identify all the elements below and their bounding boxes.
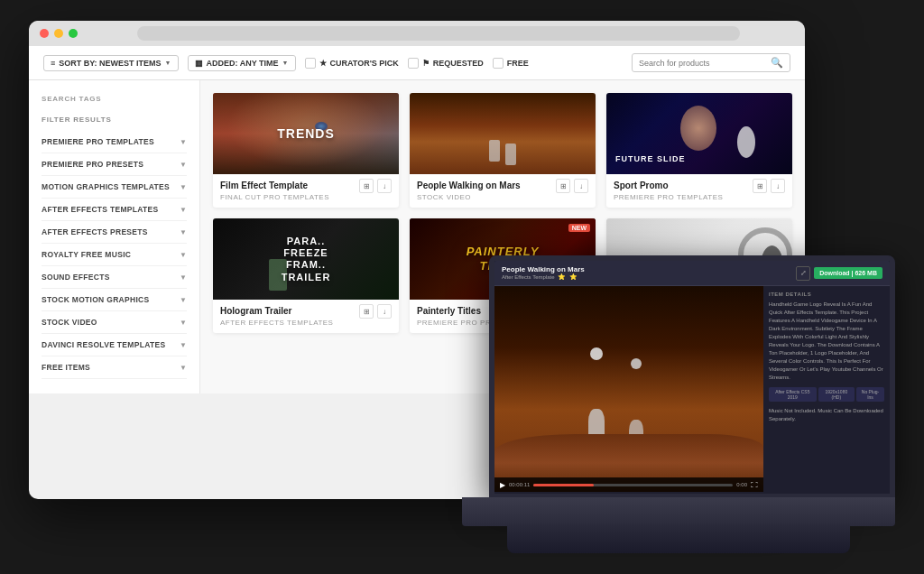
sidebar-item-stock-motion-graphics[interactable]: STOCK MOTION GRAPHICS ▼ [42, 289, 187, 311]
card-thumb-film-effect: TRENDS [213, 93, 399, 174]
free-label: FREE [507, 59, 529, 68]
laptop-preview: ▶ 00:00:11 0:00 ⛶ [494, 286, 763, 492]
laptop-sidebar-panel: ITEM DETAILS Handheld Game Logo Reveal I… [763, 286, 890, 492]
card-body-film-effect: Film Effect Template ⊞ ↓ FINAL CUT PRO T… [213, 174, 399, 208]
flag-icon: ⚑ [422, 59, 430, 68]
card-actions-mars: ⊞ ↓ [556, 179, 588, 193]
laptop-badge-row: After Effects CS5 2019 1920x1080 (HD) No… [769, 387, 884, 402]
card-actions-film-effect: ⊞ ↓ [359, 179, 392, 193]
laptop-item-details-label: ITEM DETAILS [769, 292, 884, 297]
minimize-dot[interactable] [54, 29, 63, 38]
card-subtitle-hologram: AFTER EFFECTS TEMPLATES [220, 319, 392, 327]
laptop-topbar: People Walking on Mars After Effects Tem… [494, 261, 890, 286]
sidebar-item-sound-effects[interactable]: SOUND EFFECTS ▼ [42, 266, 187, 289]
laptop-playbar: ▶ 00:00:11 0:00 ⛶ [494, 477, 763, 492]
address-bar[interactable] [137, 26, 740, 41]
laptop-badge-plugin: No Plug-Ins [856, 387, 884, 402]
progress-fill [533, 484, 593, 486]
added-arrow-icon: ▼ [282, 60, 289, 66]
sidebar-item-stock-video[interactable]: STOCK VIDEO ▼ [42, 311, 187, 334]
laptop-category: After Effects Template [502, 274, 554, 280]
close-dot[interactable] [40, 29, 49, 38]
curators-pick-filter[interactable]: ★ CURATOR'S PICK [305, 58, 399, 69]
requested-label: REQUESTED [433, 59, 484, 68]
laptop-inner: People Walking on Mars After Effects Tem… [494, 261, 890, 494]
sidebar: SEARCH TAGS FILTER RESULTS PREMIERE PRO … [29, 80, 200, 393]
card-download-btn-3[interactable]: ↓ [771, 179, 785, 193]
chevron-down-icon: ▼ [180, 364, 187, 372]
card-sport-promo[interactable]: FUTURE SLIDE Sport Promo ⊞ ↓ PREMIERE PR… [606, 93, 792, 208]
card-download-btn-4[interactable]: ↓ [377, 304, 392, 319]
chevron-down-icon: ▼ [180, 206, 187, 214]
laptop-product-title: People Walking on Mars [502, 265, 585, 273]
sidebar-item-after-effects-presets[interactable]: AFTER EFFECTS PRESETS ▼ [42, 221, 187, 244]
time-current: 00:00:11 [509, 482, 530, 487]
astronaut-scene [494, 286, 763, 492]
card-thumb-mars [410, 93, 596, 174]
card-thumb-label-sport: FUTURE SLIDE [615, 154, 686, 163]
sidebar-item-premiere-pro-templates[interactable]: PREMIERE PRO TEMPLATES ▼ [42, 131, 187, 153]
sidebar-item-free-items[interactable]: FREE ITEMS ▼ [42, 356, 187, 379]
search-input[interactable] [639, 59, 765, 68]
search-bar[interactable]: 🔍 [632, 53, 790, 72]
laptop-screen: People Walking on Mars After Effects Tem… [489, 255, 895, 499]
laptop-body: ▶ 00:00:11 0:00 ⛶ ITEM DETAILS Handheld [494, 286, 890, 492]
sort-button[interactable]: ≡ SORT BY: NEWEST ITEMS ▼ [43, 55, 179, 71]
laptop-share-btn[interactable]: ⤢ [796, 266, 810, 281]
progress-bar[interactable] [533, 484, 733, 486]
card-actions-sport: ⊞ ↓ [753, 179, 785, 193]
time-total: 0:00 [736, 482, 747, 487]
toolbar: ≡ SORT BY: NEWEST ITEMS ▼ ▦ ADDED: ANY T… [29, 46, 805, 80]
fullscreen-icon[interactable]: ⛶ [751, 481, 758, 489]
curators-label: CURATOR'S PICK [330, 59, 399, 68]
added-button[interactable]: ▦ ADDED: ANY TIME ▼ [188, 55, 296, 71]
play-icon[interactable]: ▶ [500, 481, 505, 489]
card-preview-btn[interactable]: ⊞ [359, 179, 374, 193]
card-people-walking-mars[interactable]: People Walking on Mars ⊞ ↓ STOCK VIDEO [410, 93, 596, 208]
card-thumb-label-trends: TRENDS [277, 126, 335, 141]
chevron-down-icon: ▼ [180, 161, 187, 169]
card-download-btn[interactable]: ↓ [377, 179, 392, 193]
card-film-effect-template[interactable]: TRENDS Film Effect Template ⊞ ↓ FINAL CU… [213, 93, 399, 208]
card-thumb-hologram: PARA..FREEZEFRAM..TRAILER [213, 218, 399, 300]
sidebar-item-motion-graphics-templates[interactable]: MOTION GRAPHICS TEMPLATES ▼ [42, 176, 187, 199]
sidebar-item-after-effects-templates[interactable]: AFTER EFFECTS TEMPLATES ▼ [42, 199, 187, 221]
card-body-hologram: Hologram Trailer ⊞ ↓ AFTER EFFECTS TEMPL… [213, 300, 399, 333]
free-checkbox[interactable] [493, 58, 504, 69]
sort-icon: ≡ [51, 59, 55, 68]
card-download-btn-2[interactable]: ↓ [574, 179, 588, 193]
browser-titlebar [29, 21, 805, 46]
requested-checkbox[interactable] [408, 58, 419, 69]
sidebar-item-davinci-resolve-templates[interactable]: DAVINCI RESOLVE TEMPLATES ▼ [42, 334, 187, 356]
star-icon: ★ [319, 59, 327, 68]
curators-checkbox[interactable] [305, 58, 316, 69]
card-preview-btn-3[interactable]: ⊞ [753, 179, 767, 193]
requested-filter[interactable]: ⚑ REQUESTED [408, 58, 484, 69]
card-preview-btn-4[interactable]: ⊞ [359, 304, 374, 319]
laptop-download-button[interactable]: Download | 626 MB [814, 267, 882, 279]
chevron-down-icon: ▼ [180, 228, 187, 236]
calendar-icon: ▦ [195, 59, 203, 68]
chevron-down-icon: ▼ [180, 319, 187, 327]
card-title-hologram: Hologram Trailer [220, 306, 291, 316]
filter-results-title: FILTER RESULTS [42, 116, 187, 124]
card-body-mars: People Walking on Mars ⊞ ↓ STOCK VIDEO [410, 174, 596, 208]
card-actions-hologram: ⊞ ↓ [359, 304, 392, 319]
card-title-sport: Sport Promo [614, 181, 669, 190]
card-subtitle-mars: STOCK VIDEO [417, 193, 588, 201]
card-hologram-trailer[interactable]: PARA..FREEZEFRAM..TRAILER Hologram Trail… [213, 218, 399, 333]
sort-label: SORT BY: NEWEST ITEMS [59, 59, 161, 68]
sidebar-item-premiere-pro-presets[interactable]: PREMIERE PRO PRESETS ▼ [42, 153, 187, 176]
card-thumb-label-hologram: PARA..FREEZEFRAM..TRAILER [282, 236, 331, 283]
chevron-down-icon: ▼ [180, 183, 187, 191]
card-preview-btn-2[interactable]: ⊞ [556, 179, 570, 193]
free-filter[interactable]: FREE [493, 58, 529, 69]
laptop-base [462, 497, 895, 526]
chevron-down-icon: ▼ [180, 273, 187, 282]
laptop-badge-ae: After Effects CS5 2019 [769, 387, 817, 402]
sidebar-item-royalty-free-music[interactable]: ROYALTY FREE MUSIC ▼ [42, 244, 187, 266]
laptop-badge-hd: 1920x1080 (HD) [818, 387, 855, 402]
chevron-down-icon: ▼ [180, 341, 187, 349]
search-tags-title: SEARCH TAGS [42, 95, 187, 103]
maximize-dot[interactable] [69, 29, 78, 38]
